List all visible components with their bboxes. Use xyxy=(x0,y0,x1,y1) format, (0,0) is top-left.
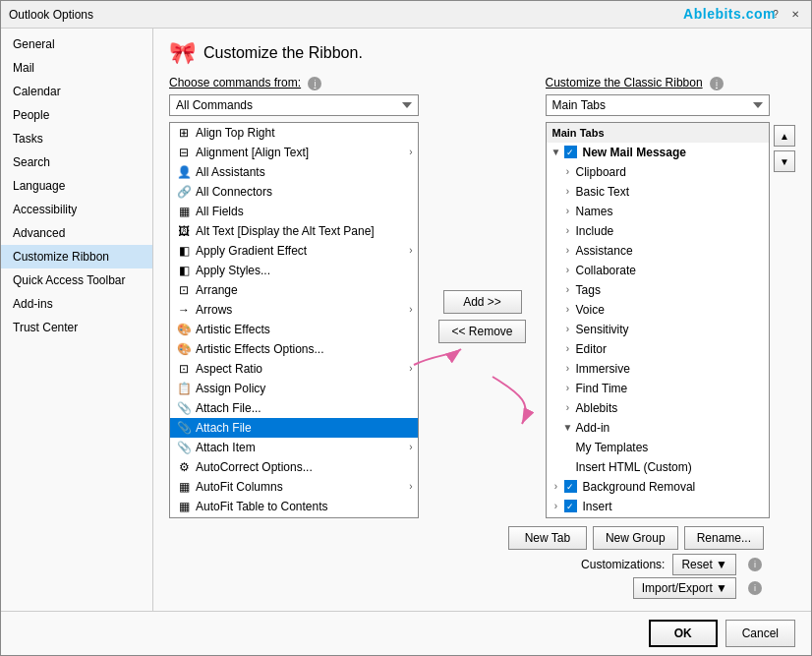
list-item[interactable]: 📎 Attach Item › xyxy=(170,438,418,457)
tree-item[interactable]: ▼ Add-in xyxy=(547,418,769,438)
tree-group-item[interactable]: ▼ ✓ New Mail Message xyxy=(547,143,769,162)
expand-icon[interactable]: › xyxy=(562,343,574,354)
sidebar-item-tasks[interactable]: Tasks xyxy=(1,127,152,150)
list-item[interactable]: 🔗 All Connectors xyxy=(170,182,418,202)
left-commands-select[interactable]: All Commands Main Tabs Tool Tabs Custom … xyxy=(169,94,419,116)
tree-checkbox[interactable]: ✓ xyxy=(564,500,577,512)
left-list-scroll[interactable]: ⊞ Align Top Right ⊟ Alignment [Align Tex… xyxy=(170,123,418,517)
tree-item[interactable]: › Assistance xyxy=(547,241,769,261)
list-item[interactable]: → Arrows › xyxy=(170,300,418,320)
expand-icon[interactable]: ▼ xyxy=(562,422,574,433)
tree-group-item[interactable]: › ✓ Insert xyxy=(547,497,769,516)
left-column-label: Choose commands from: i xyxy=(169,76,419,90)
right-tabs-select[interactable]: Main Tabs Tool Tabs Custom Tabs and Grou… xyxy=(546,94,770,116)
sidebar-item-add-ins[interactable]: Add-ins xyxy=(1,292,152,316)
list-item[interactable]: 🎨 Artistic Effects xyxy=(170,320,418,339)
tree-item[interactable]: › Editor xyxy=(547,339,769,359)
reset-button[interactable]: Reset ▼ xyxy=(672,554,736,575)
tree-item[interactable]: › Basic Text xyxy=(547,182,769,202)
tree-item[interactable]: › Tags xyxy=(547,280,769,300)
cancel-button[interactable]: Cancel xyxy=(725,620,795,647)
sidebar-item-accessibility[interactable]: Accessibility xyxy=(1,198,152,221)
sidebar-item-trust-center[interactable]: Trust Center xyxy=(1,316,152,339)
list-item[interactable]: ⊡ Arrange xyxy=(170,280,418,300)
item-expand-arrow: › xyxy=(409,363,412,374)
expand-icon[interactable]: › xyxy=(562,284,574,295)
move-up-button[interactable]: ▲ xyxy=(774,125,795,147)
add-button[interactable]: Add >> xyxy=(443,290,522,314)
list-item[interactable]: ⊟ Alignment [Align Text] › xyxy=(170,143,418,162)
list-item[interactable]: ▦ AutoFit Table to Contents xyxy=(170,497,418,516)
tree-item[interactable]: › Include xyxy=(547,221,769,241)
list-item[interactable]: 🖼 Alt Text [Display the Alt Text Pane] xyxy=(170,221,418,241)
new-group-button[interactable]: New Group xyxy=(593,526,678,550)
left-list-container: ⊞ Align Top Right ⊟ Alignment [Align Tex… xyxy=(169,122,419,518)
item-label: Apply Gradient Effect xyxy=(196,244,307,258)
tree-group-item[interactable]: › ✓ Background Removal xyxy=(547,477,769,497)
main-content: 🎀 Customize the Ribbon. Choose commands … xyxy=(153,29,811,611)
tree-item[interactable]: Insert HTML (Custom) xyxy=(547,457,769,477)
list-item[interactable]: ⚙ AutoCorrect Options... xyxy=(170,457,418,477)
item-icon: ⊞ xyxy=(176,125,192,141)
list-item[interactable]: 📋 Assign Policy xyxy=(170,379,418,398)
list-item[interactable]: ◧ Apply Gradient Effect › xyxy=(170,241,418,261)
sidebar-item-language[interactable]: Language xyxy=(1,174,152,198)
sidebar-item-advanced[interactable]: Advanced xyxy=(1,221,152,245)
right-section: Customize the Classic Ribbon i Main Tabs… xyxy=(546,76,795,518)
sidebar-item-quick-access-toolbar[interactable]: Quick Access Toolbar xyxy=(1,268,152,292)
expand-icon[interactable]: › xyxy=(562,245,574,256)
list-item[interactable]: 📎 Attach File... xyxy=(170,398,418,418)
tree-item[interactable]: Main Tabs xyxy=(547,123,769,143)
close-button[interactable]: ✕ xyxy=(787,7,803,23)
expand-icon[interactable]: › xyxy=(562,304,574,315)
sidebar-item-people[interactable]: People xyxy=(1,103,152,127)
list-item-selected[interactable]: 📎 Attach File xyxy=(170,418,418,438)
import-export-button[interactable]: Import/Export ▼ xyxy=(633,577,736,599)
sidebar-item-mail[interactable]: Mail xyxy=(1,56,152,80)
list-item[interactable]: 🎨 Artistic Effects Options... xyxy=(170,339,418,359)
tree-item[interactable]: › Immersive xyxy=(547,359,769,379)
tree-item[interactable]: My Templates xyxy=(547,438,769,457)
expand-icon[interactable]: › xyxy=(562,324,574,334)
expand-icon[interactable]: › xyxy=(562,383,574,393)
list-item[interactable]: ▦ AutoFit Table to Window xyxy=(170,516,418,517)
ok-button[interactable]: OK xyxy=(649,620,718,647)
tree-item[interactable]: › Clipboard xyxy=(547,162,769,182)
tree-item[interactable]: › Sensitivity xyxy=(547,320,769,339)
tree-checkbox[interactable]: ✓ xyxy=(564,146,577,158)
expand-icon[interactable]: › xyxy=(562,363,574,374)
tree-item[interactable]: › Voice xyxy=(547,300,769,320)
expand-icon[interactable]: › xyxy=(562,186,574,197)
tree-item[interactable]: › Names xyxy=(547,202,769,221)
sidebar-item-search[interactable]: Search xyxy=(1,150,152,174)
expand-icon[interactable]: ▼ xyxy=(551,147,562,157)
remove-button[interactable]: << Remove xyxy=(438,320,525,343)
item-icon: ▦ xyxy=(176,479,192,495)
list-item[interactable]: 👤 All Assistants xyxy=(170,162,418,182)
expand-icon[interactable]: › xyxy=(562,265,574,275)
expand-icon[interactable]: › xyxy=(562,225,574,236)
new-tab-button[interactable]: New Tab xyxy=(508,526,587,550)
expand-icon[interactable]: › xyxy=(551,501,562,511)
tree-checkbox[interactable]: ✓ xyxy=(564,480,577,493)
right-list-scroll[interactable]: Main Tabs ▼ ✓ New Mail Message xyxy=(547,123,769,517)
rename-button[interactable]: Rename... xyxy=(684,526,764,550)
sidebar-item-general[interactable]: General xyxy=(1,32,152,56)
list-item[interactable]: ▦ All Fields xyxy=(170,202,418,221)
tree-item[interactable]: › Find Time xyxy=(547,379,769,398)
item-icon: ⊟ xyxy=(176,145,192,160)
list-item[interactable]: ⊡ Aspect Ratio › xyxy=(170,359,418,379)
expand-icon[interactable]: › xyxy=(562,166,574,177)
list-item[interactable]: ▦ AutoFit Columns › xyxy=(170,477,418,497)
list-item[interactable]: ◧ Apply Styles... xyxy=(170,261,418,280)
tree-item[interactable]: › Collaborate xyxy=(547,261,769,280)
tree-item[interactable]: › Ablebits xyxy=(547,398,769,418)
sidebar-item-calendar[interactable]: Calendar xyxy=(1,80,152,103)
move-down-button[interactable]: ▼ xyxy=(774,150,795,172)
sidebar-item-customize-ribbon[interactable]: Customize Ribbon xyxy=(1,245,152,268)
expand-icon[interactable]: › xyxy=(551,481,562,492)
list-item[interactable]: ⊞ Align Top Right xyxy=(170,123,418,143)
item-icon: 🔗 xyxy=(176,184,192,200)
expand-icon[interactable]: › xyxy=(562,402,574,413)
expand-icon[interactable]: › xyxy=(562,206,574,216)
